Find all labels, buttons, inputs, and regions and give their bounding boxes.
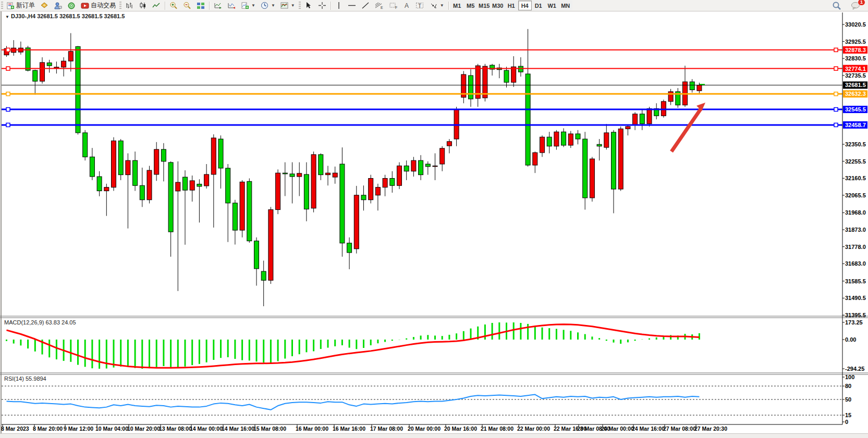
symbol-period-label: DJ30-,H4 bbox=[11, 13, 35, 19]
timeframe-h1[interactable]: H1 bbox=[505, 1, 518, 10]
timeframe-mn[interactable]: MN bbox=[559, 1, 572, 10]
timeframe-h4[interactable]: H4 bbox=[518, 1, 532, 10]
symbol-dropdown-icon[interactable]: ▼ bbox=[5, 15, 9, 19]
bar-chart-icon bbox=[125, 2, 133, 9]
horizontal-line-tool-button[interactable] bbox=[345, 1, 359, 10]
timeframe-m5[interactable]: M5 bbox=[464, 1, 478, 10]
indicator-remove-icon bbox=[227, 2, 236, 9]
svg-text:27 Mar 08:00: 27 Mar 08:00 bbox=[663, 426, 696, 432]
vertical-line-tool-button[interactable] bbox=[333, 1, 345, 10]
svg-text:8 Mar 20:00: 8 Mar 20:00 bbox=[33, 426, 63, 432]
fibo-grid-tool-button[interactable]: F bbox=[386, 1, 400, 10]
grid-icon: F bbox=[389, 2, 398, 9]
macd-indicator-label: MACD(12,26,9) 63.83 24.05 bbox=[4, 319, 76, 326]
svg-text:24 Mar 16:00: 24 Mar 16:00 bbox=[632, 426, 665, 432]
chart-canvas[interactable]: 33020.532925.532830.532735.532350.532255… bbox=[0, 0, 868, 438]
zoom-out-button[interactable] bbox=[180, 1, 194, 10]
svg-text:31683.0: 31683.0 bbox=[845, 260, 866, 267]
text-icon: A bbox=[403, 2, 410, 9]
new-order-button[interactable]: 新订单 bbox=[4, 1, 38, 10]
bar-chart-type-button[interactable] bbox=[123, 1, 136, 10]
svg-text:31778.0: 31778.0 bbox=[845, 244, 866, 250]
main-toolbar: 新订单 自动交易 bbox=[0, 0, 868, 11]
arrows-tool-button[interactable]: ▼ bbox=[427, 1, 447, 10]
svg-text:32160.5: 32160.5 bbox=[845, 175, 866, 181]
chevron-down-icon: ▼ bbox=[251, 3, 255, 8]
svg-text:16 Mar 00:00: 16 Mar 00:00 bbox=[296, 426, 328, 432]
arrows-icon bbox=[430, 2, 438, 9]
svg-text:F: F bbox=[395, 6, 397, 9]
svg-text:32735.5: 32735.5 bbox=[845, 72, 866, 79]
horizontal-line-icon bbox=[348, 2, 356, 9]
line-chart-type-button[interactable] bbox=[150, 1, 163, 10]
svg-text:100: 100 bbox=[845, 374, 854, 380]
indicator-window-button[interactable] bbox=[211, 1, 225, 10]
zoom-in-button[interactable] bbox=[167, 1, 180, 10]
svg-text:31395.5: 31395.5 bbox=[845, 312, 866, 318]
tile-windows-button[interactable] bbox=[194, 1, 207, 10]
period-button[interactable]: ▼ bbox=[258, 1, 278, 10]
text-tool-button[interactable]: A bbox=[400, 1, 413, 10]
svg-text:32878.3: 32878.3 bbox=[845, 47, 866, 53]
crosshair-tool-button[interactable] bbox=[315, 1, 329, 10]
zoom-in-icon bbox=[169, 2, 178, 9]
toolbar-grip[interactable] bbox=[1, 2, 3, 10]
timeframe-w1[interactable]: W1 bbox=[545, 1, 559, 10]
profile-person-icon bbox=[54, 2, 62, 9]
svg-text:0: 0 bbox=[845, 419, 848, 425]
svg-text:13 Mar 08:00: 13 Mar 08:00 bbox=[159, 426, 192, 432]
template-icon bbox=[280, 2, 289, 9]
svg-text:32458.7: 32458.7 bbox=[845, 122, 866, 128]
svg-text:31968.0: 31968.0 bbox=[845, 209, 866, 216]
svg-text:32632.3: 32632.3 bbox=[845, 91, 866, 97]
svg-text:24 Mar 00:00: 24 Mar 00:00 bbox=[601, 426, 634, 432]
template-button[interactable]: ▼ bbox=[278, 1, 298, 10]
new-order-label: 新订单 bbox=[16, 1, 35, 10]
svg-text:31873.0: 31873.0 bbox=[845, 227, 866, 233]
indicator-remove-button[interactable] bbox=[225, 1, 238, 10]
timeframe-m15[interactable]: M15 bbox=[478, 1, 491, 10]
svg-text:32255.5: 32255.5 bbox=[845, 158, 866, 165]
svg-text:9 Mar 12:00: 9 Mar 12:00 bbox=[64, 426, 93, 432]
profile-button[interactable] bbox=[51, 1, 65, 10]
candle-chart-type-button[interactable] bbox=[136, 1, 150, 10]
svg-text:20 Mar 00:00: 20 Mar 00:00 bbox=[408, 426, 441, 432]
cursor-tool-button[interactable] bbox=[302, 1, 315, 10]
svg-text:T: T bbox=[418, 3, 421, 9]
svg-text:0.00: 0.00 bbox=[845, 336, 856, 343]
autotrade-icon bbox=[81, 2, 89, 9]
svg-text:32545.5: 32545.5 bbox=[845, 106, 866, 112]
svg-text:33020.5: 33020.5 bbox=[845, 21, 866, 28]
svg-text:173.25: 173.25 bbox=[845, 319, 863, 326]
chart-title[interactable]: ▼ DJ30-,H4 32681.5 32681.5 32681.5 32681… bbox=[5, 13, 125, 19]
mt4-window: 新订单 自动交易 bbox=[0, 0, 868, 438]
svg-text:15 Mar 08:00: 15 Mar 08:00 bbox=[253, 426, 286, 432]
svg-text:31585.5: 31585.5 bbox=[845, 278, 866, 284]
timeframe-group: M1M5M15M30H1H4D1W1MN bbox=[450, 0, 572, 11]
search-button[interactable] bbox=[829, 1, 844, 10]
svg-text:50: 50 bbox=[845, 396, 851, 403]
trendline-tool-button[interactable] bbox=[359, 1, 372, 10]
market-watch-button[interactable] bbox=[38, 1, 51, 10]
zoom-out-icon bbox=[183, 2, 191, 9]
timeframe-m30[interactable]: M30 bbox=[491, 1, 505, 10]
autotrade-button[interactable]: 自动交易 bbox=[78, 1, 118, 10]
signal-button[interactable] bbox=[65, 1, 78, 10]
svg-text:-294.25: -294.25 bbox=[845, 366, 864, 372]
signal-icon bbox=[67, 2, 76, 9]
ohlc-values: 32681.5 32681.5 32681.5 32681.5 bbox=[37, 13, 125, 19]
notifications-button[interactable]: 1 bbox=[848, 1, 863, 10]
crosshair-icon bbox=[318, 2, 326, 9]
svg-text:32350.5: 32350.5 bbox=[845, 141, 866, 147]
svg-text:E: E bbox=[381, 6, 383, 9]
timeframe-m1[interactable]: M1 bbox=[450, 1, 464, 10]
svg-text:32065.5: 32065.5 bbox=[845, 192, 866, 198]
search-icon bbox=[832, 2, 841, 10]
svg-text:15: 15 bbox=[845, 412, 851, 418]
timeframe-d1[interactable]: D1 bbox=[532, 1, 545, 10]
label-tool-button[interactable]: T bbox=[413, 1, 427, 10]
tile-windows-icon bbox=[197, 2, 205, 9]
new-chart-button[interactable]: ▼ bbox=[238, 1, 258, 10]
window-bottom-edge bbox=[0, 433, 868, 438]
fibonacci-tool-button[interactable]: E bbox=[372, 1, 386, 10]
